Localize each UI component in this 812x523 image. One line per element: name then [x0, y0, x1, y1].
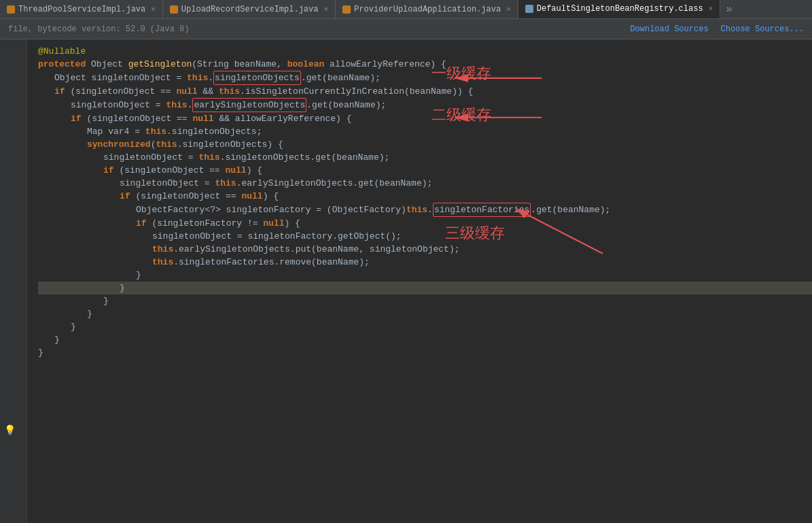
code-line: this.earlySingletonObjects.put(beanName,… [38, 243, 812, 256]
tab-default[interactable]: DefaultSingletonBeanRegistry.class × [518, 0, 720, 18]
tab-overflow-button[interactable]: » [720, 0, 738, 18]
java-file-icon [7, 5, 15, 14]
tab-threadpool[interactable]: ThreadPoolServiceImpl.java × [0, 0, 163, 18]
code-token: ) { [263, 190, 279, 203]
code-token: (String beanName, [192, 58, 287, 71]
highlighted-field: earlySingletonObjects [192, 98, 306, 112]
code-lines: @Nullableprotected Object getSingleton(S… [38, 45, 812, 359]
tab-close-button[interactable]: × [506, 5, 511, 14]
code-token: null [192, 112, 213, 125]
line-gutter: 💡 [0, 39, 27, 523]
code-token: } [136, 269, 141, 282]
info-bar: file, bytecode version: 52.0 (Java 8) Do… [0, 19, 812, 39]
code-token: } [38, 346, 43, 359]
tab-label: ThreadPoolServiceImpl.java [18, 5, 145, 14]
code-line: if (singletonObject == null) { [38, 164, 812, 177]
java-file-icon [342, 5, 351, 14]
code-area: 💡 @Nullableprotected Object getSingleton… [0, 39, 812, 523]
code-token: this [166, 99, 187, 112]
code-line: this.singletonFactories.remove(beanName)… [38, 256, 812, 269]
code-line: } [38, 346, 812, 359]
tab-label: ProviderUploadApplication.java [354, 5, 501, 14]
code-token: this [198, 151, 219, 164]
code-token: && allowEarlyReference) { [214, 112, 352, 125]
info-bar-actions: Download Sources Choose Sources... [630, 24, 804, 34]
code-token: .earlySingletonObjects.put(beanName, sin… [173, 243, 459, 256]
download-sources-link[interactable]: Download Sources [630, 24, 708, 34]
code-line: if (singletonObject == null) { [38, 190, 812, 203]
code-line: @Nullable [38, 45, 812, 58]
highlighted-field: singletonFactories [433, 203, 531, 217]
tab-close-button[interactable]: × [323, 5, 328, 14]
code-token: (singletonObject == [114, 164, 226, 177]
tab-label: UploadRecordServiceImpl.java [181, 5, 319, 14]
choose-sources-link[interactable]: Choose Sources... [721, 24, 804, 34]
code-token: null [176, 85, 197, 98]
tab-provider[interactable]: ProviderUploadApplication.java × [336, 0, 518, 18]
code-token: getSingleton [128, 58, 192, 71]
code-token: this [219, 85, 240, 98]
code-token: this [152, 243, 173, 256]
code-token: (singletonFactory != [147, 217, 264, 230]
code-token: if [54, 85, 65, 98]
code-line: protected Object getSingleton(String bea… [38, 58, 812, 71]
code-token: ) { [247, 164, 262, 177]
code-token: ) { [284, 217, 300, 230]
code-token: ObjectFactory<?> singletonFactory = (Obj… [136, 203, 406, 216]
code-token: . [427, 203, 433, 216]
code-token: } [54, 333, 60, 346]
tab-close-button[interactable]: × [151, 5, 156, 14]
code-token: .earlySingletonObjects.get(beanName); [236, 177, 433, 190]
code-token: . [208, 71, 213, 84]
code-token: synchronized [87, 138, 151, 151]
code-line: if (singletonObject == null && this.isSi… [38, 85, 812, 98]
code-line: singletonObject = this.earlySingletonObj… [38, 98, 812, 112]
code-line: singletonObject = singletonFactory.getOb… [38, 230, 812, 243]
code-token: .isSingletonCurrentlyInCreation(beanName… [240, 85, 473, 98]
code-token: boolean [287, 58, 325, 71]
code-token: } [87, 307, 92, 320]
code-token: this [406, 203, 427, 216]
bulb-icon[interactable]: 💡 [4, 424, 16, 436]
code-line: Map var4 = this.singletonObjects; [38, 125, 812, 138]
code-token: this [187, 71, 208, 84]
code-token: Map var4 = [87, 125, 145, 138]
code-line: } [38, 269, 812, 282]
code-line: singletonObject = this.earlySingletonObj… [38, 177, 812, 190]
code-token: singletonObject = [103, 151, 198, 164]
tab-close-button[interactable]: × [709, 5, 713, 13]
code-token: null [241, 190, 262, 203]
code-token: } [103, 294, 109, 307]
code-token: singletonObject = [120, 177, 215, 190]
code-line: } [38, 294, 812, 307]
code-token: singletonObject = [71, 99, 166, 112]
code-token: (singletonObject == [130, 190, 242, 203]
code-token: .get(beanName); [301, 71, 381, 84]
code-line: ObjectFactory<?> singletonFactory = (Obj… [38, 203, 812, 217]
code-line: synchronized(this.singletonObjects) { [38, 138, 812, 151]
code-token: .singletonFactories.remove(beanName); [173, 256, 370, 269]
code-token: Object [86, 58, 128, 71]
code-token: .singletonObjects; [166, 125, 262, 138]
code-token: if [120, 190, 130, 203]
code-token: if [71, 112, 82, 125]
code-token: protected [38, 58, 86, 71]
code-token: .get(beanName); [531, 203, 610, 216]
tab-upload[interactable]: UploadRecordServiceImpl.java × [163, 0, 336, 18]
java-file-icon [170, 5, 178, 14]
code-token: this [152, 256, 173, 269]
code-token: this [145, 125, 166, 138]
code-token: null [263, 217, 284, 230]
code-content[interactable]: @Nullableprotected Object getSingleton(S… [27, 39, 812, 523]
code-token: } [120, 282, 125, 294]
code-line: singletonObject = this.singletonObjects.… [38, 151, 812, 164]
code-line: } [38, 307, 812, 320]
code-token: ( [151, 138, 156, 151]
code-token: Object singletonObject = [54, 71, 187, 84]
code-token: if [136, 217, 147, 230]
highlighted-field: singletonObjects [213, 71, 301, 85]
class-file-icon [525, 5, 533, 13]
bytecode-info: file, bytecode version: 52.0 (Java 8) [8, 24, 189, 34]
code-token: (singletonObject == [82, 112, 193, 125]
code-token: .get(beanName); [306, 99, 386, 112]
